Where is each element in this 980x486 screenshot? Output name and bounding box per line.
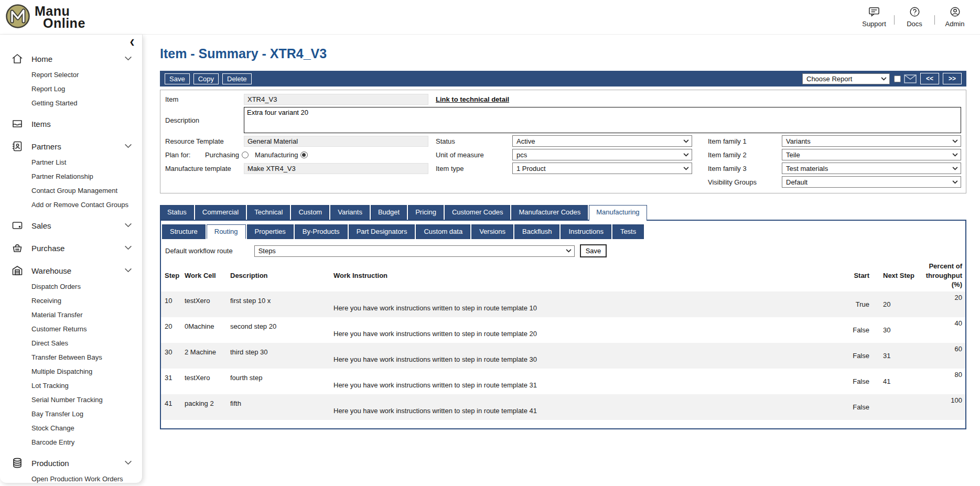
sidebar-subitem[interactable]: Report Selector <box>0 68 142 82</box>
sidebar-item-warehouse[interactable]: Warehouse <box>0 262 142 279</box>
subtab-structure[interactable]: Structure <box>162 224 206 239</box>
tab-variants[interactable]: Variants <box>330 205 370 220</box>
sidebar-subitem[interactable]: Direct Sales <box>0 336 142 350</box>
tab-budget[interactable]: Budget <box>371 205 407 220</box>
support-link[interactable]: Support <box>861 7 887 28</box>
sidebar-subitem[interactable]: Report Log <box>0 82 142 96</box>
copy-button[interactable]: Copy <box>193 73 219 84</box>
page-title: Item - Summary - XTR4_V3 <box>160 46 966 61</box>
sidebar-subitem[interactable]: Stock Change <box>0 421 142 435</box>
delete-button[interactable]: Delete <box>222 73 252 84</box>
routing-step-row[interactable]: 10testXerofirst step 10 xHere you have w… <box>161 291 965 317</box>
chevron-down-icon <box>125 268 132 273</box>
tab-custom[interactable]: Custom <box>291 205 329 220</box>
subtab-routing[interactable]: Routing <box>207 224 246 239</box>
sidebar-subitem[interactable]: Bay Transfer Log <box>0 407 142 421</box>
description-cell: third step 30 <box>230 343 333 369</box>
subtab-properties[interactable]: Properties <box>247 224 294 239</box>
sidebar-subitem[interactable]: Receiving <box>0 294 142 308</box>
item-family-1-select[interactable]: Variants <box>782 135 961 147</box>
tab-manufacturer-codes[interactable]: Manufacturer Codes <box>511 205 588 220</box>
sidebar-item-purchase[interactable]: Purchase <box>0 239 142 257</box>
item-family-2-select[interactable]: Teile <box>782 149 961 160</box>
visibility-groups-select[interactable]: Default <box>782 176 961 188</box>
work-cell-header: Work Cell <box>185 269 230 282</box>
purchasing-radio[interactable] <box>242 152 249 158</box>
sidebar-subitem[interactable]: Multiple Dispatching <box>0 364 142 379</box>
sidebar-item-production[interactable]: Production <box>0 454 142 472</box>
resource-template-field[interactable] <box>244 136 428 147</box>
routing-step-row[interactable]: 302 Machinethird step 30Here you have wo… <box>161 343 965 369</box>
question-circle-icon <box>909 6 920 19</box>
sidebar-subitem[interactable]: Add or Remove Contact Groups <box>0 198 142 212</box>
purchasing-radio-label: Purchasing <box>205 151 239 159</box>
percent-cell: 20 <box>919 291 965 317</box>
sidebar-subitem[interactable]: Partner Relationship <box>0 169 142 183</box>
tab-commercial[interactable]: Commercial <box>195 205 246 220</box>
item-family-3-select[interactable]: Test materials <box>782 163 961 174</box>
tab-customer-codes[interactable]: Customer Codes <box>445 205 511 220</box>
sidebar-subitem[interactable]: Open Production Work Orders <box>0 472 142 483</box>
tab-manufacturing[interactable]: Manufacturing <box>589 205 647 221</box>
top-bar: Manu Online Support D <box>0 0 980 35</box>
sidebar-item-partners[interactable]: Partners <box>0 137 142 155</box>
subtab-by-products[interactable]: By-Products <box>295 224 348 239</box>
sidebar-subitem[interactable]: Dispatch Orders <box>0 279 142 294</box>
items-icon <box>10 117 24 130</box>
sidebar-subitem[interactable]: Barcode Entry <box>0 435 142 449</box>
sidebar-subitem[interactable]: Contact Group Management <box>0 183 142 198</box>
item-field[interactable] <box>244 94 428 105</box>
subtab-part-designators[interactable]: Part Designators <box>349 224 415 239</box>
item-type-select[interactable]: 1 Product <box>512 163 692 174</box>
sidebar-subitem[interactable]: Partner List <box>0 155 142 169</box>
envelope-icon[interactable] <box>904 74 917 83</box>
description-field[interactable]: Extra four variant 20 <box>244 107 961 133</box>
tab-status[interactable]: Status <box>160 205 194 220</box>
sidebar-subitem[interactable]: Material Transfer <box>0 308 142 322</box>
manufacturing-panel: StructureRoutingPropertiesBy-ProductsPar… <box>160 220 966 429</box>
brand-logo[interactable]: Manu Online <box>5 4 85 31</box>
sidebar-subitem[interactable]: Serial Number Tracking <box>0 393 142 407</box>
admin-link[interactable]: Admin <box>942 6 967 28</box>
sidebar-item-home[interactable]: Home <box>0 50 142 68</box>
subtab-backflush[interactable]: Backflush <box>514 224 559 239</box>
workflow-route-select[interactable]: Steps <box>254 245 575 257</box>
manuonline-logo-icon <box>5 4 30 31</box>
step-cell: 30 <box>165 343 185 369</box>
next-step-header: Next Step <box>869 269 919 282</box>
subtab-instructions[interactable]: Instructions <box>561 224 611 239</box>
subtab-versions[interactable]: Versions <box>471 224 513 239</box>
routing-step-row[interactable]: 41packing 2fifthHere you have work instr… <box>161 394 965 420</box>
technical-detail-link[interactable]: Link to technical detail <box>436 95 692 103</box>
chevron-down-icon <box>683 153 689 157</box>
manufacture-template-field[interactable] <box>244 163 428 174</box>
choose-report-select[interactable]: Choose Report <box>802 73 890 84</box>
status-select[interactable]: Active <box>512 135 692 147</box>
tab-pricing[interactable]: Pricing <box>408 205 444 220</box>
tab-technical[interactable]: Technical <box>247 205 290 220</box>
sidebar-subitem[interactable]: Lot Tracking <box>0 379 142 393</box>
previous-record-button[interactable]: << <box>920 73 939 84</box>
report-email-checkbox[interactable] <box>894 75 901 82</box>
sidebar-item-label: Purchase <box>31 244 64 253</box>
work-instruction-cell: Here you have work instructions written … <box>333 343 835 369</box>
save-button[interactable]: Save <box>165 73 190 84</box>
workflow-save-button[interactable]: Save <box>580 244 607 257</box>
subtab-tests[interactable]: Tests <box>612 224 644 239</box>
sidebar-collapse-button[interactable]: ❮ <box>130 38 135 46</box>
sidebar-item-label: Production <box>31 459 69 468</box>
manufacturing-radio[interactable] <box>300 152 308 158</box>
sidebar-item-items[interactable]: Items <box>0 115 142 133</box>
sidebar-subitem[interactable]: Transfer Between Bays <box>0 350 142 364</box>
step-cell: 41 <box>165 394 185 420</box>
subtab-custom-data[interactable]: Custom data <box>416 224 470 239</box>
sidebar-subitem[interactable]: Getting Started <box>0 96 142 110</box>
sidebar-subitem[interactable]: Customer Returns <box>0 322 142 336</box>
next-record-button[interactable]: >> <box>943 73 962 84</box>
unit-of-measure-select[interactable]: pcs <box>512 149 692 160</box>
docs-link[interactable]: Docs <box>902 6 927 28</box>
brand-name: Manu Online <box>35 5 85 29</box>
sidebar-item-sales[interactable]: Sales <box>0 217 142 234</box>
routing-step-row[interactable]: 200Machinesecond step 20Here you have wo… <box>161 317 965 343</box>
routing-step-row[interactable]: 31testXerofourth stepHere you have work … <box>161 369 965 394</box>
